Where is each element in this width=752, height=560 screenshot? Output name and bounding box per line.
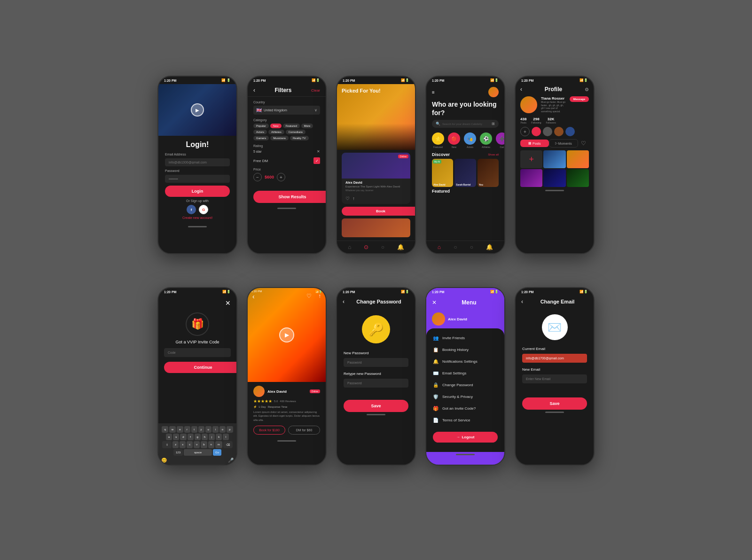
gear-icon[interactable]: ⚙ [585,87,589,92]
tab-moments[interactable]: ▷ Moments [549,139,579,148]
invite-code-input[interactable] [164,348,231,357]
current-email-input[interactable] [522,354,587,363]
key-h[interactable]: h [202,434,208,440]
logout-button[interactable]: → Logout [433,432,498,443]
cat-new[interactable]: 🔴 New [448,132,460,148]
key-t[interactable]: t [191,426,197,433]
share-icon[interactable]: ↑ [352,196,355,201]
create-account-link[interactable]: Create new account! [165,216,230,219]
message-button[interactable]: Message [570,96,589,102]
save-email-button[interactable]: Save [522,397,587,410]
back-button-10[interactable]: ‹ [521,298,523,305]
key-shift[interactable]: ⇧ [162,441,172,448]
key-i[interactable]: i [212,426,219,433]
tag-gamers[interactable]: Gamers [253,136,269,140]
close-menu-button[interactable]: ✕ [432,299,437,306]
key-z[interactable]: z [172,441,179,448]
login-button[interactable]: Login [165,186,230,197]
key-x[interactable]: x [180,441,186,448]
key-w[interactable]: w [169,426,176,433]
cat-actors[interactable]: 🎭 Actors [464,132,476,148]
password-input[interactable] [165,175,230,183]
search-input[interactable]: Search for your dream Celebrity [442,123,490,125]
back-button-8[interactable]: ‹ [343,298,345,305]
discover-card-2[interactable]: Sarah Barriel [454,159,476,187]
key-m[interactable]: m [215,441,222,448]
book-button[interactable]: Book [342,207,416,216]
tag-new[interactable]: New [270,124,282,128]
country-select[interactable]: 🇬🇧 United Kingdom ∨ [253,106,320,115]
add-avatar-button[interactable]: + [520,127,530,136]
emoji-icon[interactable]: 😊 [161,458,167,463]
price-increase-button[interactable]: + [277,173,285,181]
show-results-button[interactable]: Show Results [253,191,327,203]
cat-athletes[interactable]: ⚽ Athletes [480,132,492,148]
hamburger-icon[interactable]: ≡ [432,90,435,95]
discover-card-1[interactable]: My fit Alex David [432,159,453,187]
menu-item-security[interactable]: 🛡️ Security & Privacy [426,391,504,403]
key-backspace[interactable]: ⌫ [223,441,233,448]
menu-item-terms[interactable]: 📄 Terms of Service [426,414,504,426]
tag-featured[interactable]: Featured [283,124,300,128]
clear-button[interactable]: Clear [311,88,320,93]
new-email-input[interactable] [522,374,587,383]
chat-nav-4[interactable]: ○ [470,244,473,250]
bell-nav-4[interactable]: 🔔 [486,244,493,250]
key-r[interactable]: r [184,426,190,433]
menu-item-booking[interactable]: 📋 Booking History [426,344,504,356]
free-dm-checkbox[interactable]: ✓ [313,157,320,164]
price-decrease-button[interactable]: − [253,173,262,181]
key-go[interactable]: Go [213,449,221,456]
key-123[interactable]: 123 [173,449,183,456]
close-icon[interactable]: ✕ [317,149,320,154]
key-f[interactable]: f [188,434,194,440]
key-g[interactable]: g [195,434,201,440]
cat-more[interactable]: ➕ Can [496,132,504,148]
search-nav-4[interactable]: ○ [454,244,457,250]
facebook-button[interactable]: f [187,205,196,214]
heart-icon[interactable]: ♡ [345,196,350,201]
key-n[interactable]: n [208,441,214,448]
key-a[interactable]: a [166,434,172,440]
key-d[interactable]: d [180,434,186,440]
new-password-input[interactable] [344,358,408,367]
tag-actors[interactable]: Actors [253,130,267,134]
key-y[interactable]: y [198,426,204,433]
key-q[interactable]: q [162,426,168,433]
close-button[interactable]: ✕ [158,296,236,309]
menu-item-invite[interactable]: 👥 Invite Friends [426,332,504,344]
key-v[interactable]: v [194,441,200,448]
search-nav-icon[interactable]: ⊙ [364,244,368,250]
discover-card-3[interactable]: You [478,159,499,187]
retype-password-input[interactable] [344,379,408,388]
cat-featured[interactable]: ⭐ Featured [432,132,444,148]
email-input[interactable] [165,158,230,166]
add-photo-cell[interactable]: + [520,150,542,168]
home-nav-4[interactable]: ⌂ [438,244,441,250]
bell-nav-icon[interactable]: 🔔 [397,244,404,250]
user-avatar[interactable] [488,87,499,97]
tag-more[interactable]: More [301,124,313,128]
menu-item-password[interactable]: 🔒 Change Password [426,379,504,391]
tag-musicians[interactable]: Musicians [270,136,289,140]
key-b[interactable]: b [201,441,207,448]
mic-icon[interactable]: 🎤 [228,458,234,463]
menu-item-email[interactable]: ✉️ Email Settings [426,367,504,379]
heart-button[interactable]: ♡ [578,139,589,148]
key-space[interactable]: space [184,449,212,456]
back-icon[interactable]: ‹ [520,86,522,93]
tab-posts[interactable]: ▦ Posts [520,140,549,147]
key-p[interactable]: p [227,426,233,433]
key-s[interactable]: s [173,434,179,440]
key-e[interactable]: e [177,426,183,433]
show-all-link[interactable]: Show all [488,153,499,156]
play-button[interactable]: ▶ [191,103,204,117]
key-o[interactable]: o [219,426,226,433]
menu-item-invite-code[interactable]: 🎁 Got an Invite Code? [426,403,504,414]
dm-button-7[interactable]: DM for $60 [288,426,320,435]
play-button-7[interactable]: ▶ [279,327,294,342]
key-j[interactable]: j [209,434,215,440]
key-l[interactable]: l [223,434,229,440]
key-c[interactable]: c [187,441,193,448]
key-u[interactable]: u [205,426,212,433]
